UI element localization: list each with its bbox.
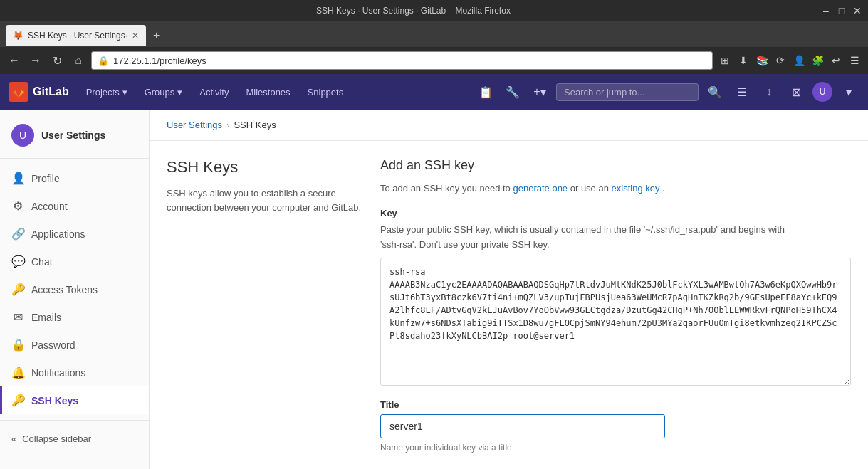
sidebar-item-label: Account [31, 201, 68, 212]
maximize-button[interactable]: □ [837, 6, 847, 16]
sidebar-item-chat[interactable]: 💬 Chat [0, 248, 149, 275]
tab-close-button[interactable]: ✕ [132, 31, 139, 41]
gitlab-navbar: GitLab Projects ▾ Groups ▾ Activity Mile… [0, 74, 868, 110]
back-button[interactable]: ← [6, 52, 23, 69]
tab-favicon: 🦊 [13, 31, 23, 41]
sync-button[interactable]: ⟳ [773, 53, 788, 68]
ssh-key-textarea[interactable] [380, 258, 851, 386]
search-input[interactable] [556, 83, 699, 101]
existing-key-link[interactable]: existing key [612, 183, 660, 194]
nav-wrench-icon[interactable]: 🔧 [502, 81, 523, 102]
key-desc-line1: Paste your public SSH key, which is usua… [380, 224, 785, 235]
puzzle-button[interactable]: 🧩 [810, 53, 825, 68]
account-button[interactable]: 👤 [791, 53, 807, 68]
issues-icon[interactable]: ⊠ [785, 81, 807, 102]
user-avatar[interactable]: U [812, 82, 832, 102]
applications-icon: 🔗 [11, 227, 24, 241]
home-button[interactable]: ⌂ [70, 52, 87, 69]
close-button[interactable]: ✕ [852, 6, 862, 16]
nav-projects-label: Projects [86, 87, 120, 98]
bookmarks-button[interactable]: 📚 [754, 53, 770, 68]
nav-snippets[interactable]: Snippets [299, 74, 352, 110]
sidebar: U User Settings 👤 Profile ⚙ Account 🔗 Ap… [0, 110, 150, 469]
breadcrumb: User Settings › SSH Keys [150, 110, 868, 141]
collapse-label: Collapse sidebar [22, 433, 91, 444]
security-icon: 🔒 [98, 56, 109, 66]
nav-projects[interactable]: Projects ▾ [78, 74, 136, 110]
sidebar-item-emails[interactable]: ✉ Emails [0, 303, 149, 331]
sidebar-item-notifications[interactable]: 🔔 Notifications [0, 359, 149, 386]
nav-snippets-label: Snippets [308, 87, 344, 98]
address-bar: ← → ↻ ⌂ 🔒 172.25.1.1/profile/keys ⊞ ⬇ 📚 … [0, 47, 868, 74]
plus-dropdown-icon: ▾ [540, 85, 546, 99]
left-section: SSH Keys SSH keys allow you to establish… [167, 158, 380, 453]
sidebar-item-account[interactable]: ⚙ Account [0, 192, 149, 220]
key-description: Paste your public SSH key, which is usua… [380, 223, 851, 253]
nav-groups-label: Groups [145, 87, 175, 98]
sidebar-item-access-tokens[interactable]: 🔑 Access Tokens [0, 275, 149, 303]
refresh-button[interactable]: ↻ [48, 52, 66, 69]
access-tokens-icon: 🔑 [11, 283, 24, 296]
url-display: 172.25.1.1/profile/keys [113, 56, 206, 66]
minimize-button[interactable]: – [821, 6, 831, 16]
new-tab-button[interactable]: + [149, 28, 164, 43]
title-input[interactable] [380, 414, 665, 438]
sidebar-item-ssh-keys[interactable]: 🔑 SSH Keys [0, 386, 149, 414]
merge-requests-icon[interactable]: ↕ [758, 81, 780, 102]
title-field-label: Title [380, 399, 851, 410]
plus-icon: + [533, 85, 540, 98]
nav-separator [355, 85, 355, 99]
sidebar-item-applications[interactable]: 🔗 Applications [0, 220, 149, 248]
extensions-button[interactable]: ⊞ [717, 53, 733, 68]
window-buttons[interactable]: – □ ✕ [821, 6, 862, 16]
chat-icon: 💬 [11, 255, 24, 268]
sidebar-toggle-button[interactable]: ☰ [731, 81, 753, 102]
sidebar-item-label: Access Tokens [31, 284, 98, 295]
nav-plus-button[interactable]: + ▾ [529, 81, 550, 102]
tab-title: SSH Keys · User Settings· [28, 31, 127, 41]
projects-chevron-icon: ▾ [122, 87, 127, 98]
nav-milestones[interactable]: Milestones [237, 74, 298, 110]
help-text-before: To add an SSH key you need to [380, 183, 513, 194]
logo-text: GitLab [33, 85, 69, 98]
undo-button[interactable]: ↩ [828, 53, 844, 68]
sidebar-item-label: SSH Keys [31, 395, 78, 406]
user-dropdown-icon[interactable]: ▾ [838, 81, 859, 102]
help-text: To add an SSH key you need to generate o… [380, 181, 851, 196]
window-title: SSH Keys · User Settings · GitLab – Mozi… [6, 6, 821, 16]
sidebar-bottom: « Collapse sidebar [0, 420, 149, 451]
avatar: U [11, 124, 34, 147]
account-icon: ⚙ [11, 199, 24, 213]
sidebar-item-label: Chat [31, 256, 53, 268]
content-body: SSH Keys SSH keys allow you to establish… [150, 141, 868, 469]
title-section: Title Name your individual key via a tit… [380, 399, 851, 453]
active-tab[interactable]: 🦊 SSH Keys · User Settings· ✕ [6, 25, 146, 46]
gitlab-logo[interactable]: GitLab [9, 82, 69, 102]
search-button[interactable]: 🔍 [704, 81, 726, 102]
breadcrumb-current: SSH Keys [234, 120, 276, 130]
generate-one-link[interactable]: generate one [513, 183, 568, 194]
sidebar-item-label: Password [31, 339, 75, 351]
nav-milestones-label: Milestones [246, 87, 290, 98]
sidebar-item-label: Profile [31, 173, 60, 184]
groups-chevron-icon: ▾ [177, 87, 182, 98]
sidebar-item-label: Notifications [31, 367, 85, 379]
sidebar-item-password[interactable]: 🔒 Password [0, 331, 149, 359]
collapse-sidebar-button[interactable]: « Collapse sidebar [0, 426, 149, 451]
url-bar[interactable]: 🔒 172.25.1.1/profile/keys [91, 51, 713, 70]
breadcrumb-parent-link[interactable]: User Settings [167, 120, 222, 130]
nav-activity[interactable]: Activity [191, 74, 237, 110]
forward-button[interactable]: → [27, 52, 44, 69]
gitlab-logo-svg [11, 85, 26, 99]
content-area: User Settings › SSH Keys SSH Keys SSH ke… [150, 110, 868, 469]
sidebar-user-section: U User Settings [0, 117, 149, 159]
breadcrumb-separator: › [226, 120, 229, 130]
downloads-button[interactable]: ⬇ [736, 53, 751, 68]
sidebar-item-profile[interactable]: 👤 Profile [0, 164, 149, 192]
sidebar-item-label: Applications [31, 228, 85, 240]
key-desc-line2: 'ssh-rsa'. Don't use your private SSH ke… [380, 239, 550, 250]
title-bar: SSH Keys · User Settings · GitLab – Mozi… [0, 0, 868, 21]
menu-button[interactable]: ☰ [847, 53, 862, 68]
nav-groups[interactable]: Groups ▾ [136, 74, 192, 110]
nav-board-icon[interactable]: 📋 [475, 81, 496, 102]
